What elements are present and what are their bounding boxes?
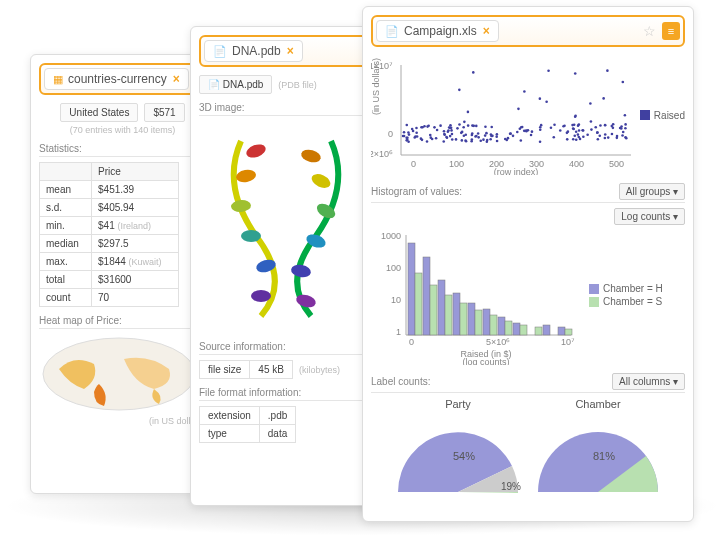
svg-point-174 xyxy=(407,140,410,143)
svg-point-110 xyxy=(553,123,556,126)
svg-point-147 xyxy=(517,108,520,111)
svg-point-126 xyxy=(463,121,466,124)
svg-point-133 xyxy=(467,111,470,114)
pie-party-title: Party xyxy=(393,398,523,410)
svg-point-178 xyxy=(449,124,452,127)
svg-text:81%: 81% xyxy=(593,450,615,462)
svg-point-122 xyxy=(462,126,465,129)
svg-point-102 xyxy=(547,69,550,72)
select-groups[interactable]: All groups xyxy=(619,183,685,200)
tab-campaign[interactable]: 📄 Campaign.xls × xyxy=(376,20,499,42)
svg-point-112 xyxy=(596,131,599,134)
svg-rect-233 xyxy=(565,329,572,335)
svg-text:0: 0 xyxy=(388,129,393,139)
table-row: extension.pdb xyxy=(200,407,296,425)
svg-point-191 xyxy=(482,138,485,141)
svg-point-172 xyxy=(429,136,432,139)
close-icon[interactable]: × xyxy=(483,24,490,38)
svg-point-28 xyxy=(485,132,488,135)
svg-point-2 xyxy=(300,148,322,165)
star-icon[interactable]: ☆ xyxy=(643,23,656,39)
filesize-unit: (kilobytes) xyxy=(299,365,340,375)
select-columns[interactable]: All columns xyxy=(612,373,685,390)
svg-text:1000: 1000 xyxy=(381,231,401,241)
svg-point-153 xyxy=(577,133,580,136)
scatter-chart: (in US dollars) 1×10⁷ 0 -2×10⁶ 0 100 200… xyxy=(371,55,640,175)
svg-point-53 xyxy=(574,72,577,75)
file-icon: 📄 xyxy=(385,25,399,38)
close-icon[interactable]: × xyxy=(173,72,180,86)
svg-point-47 xyxy=(550,126,553,129)
svg-point-49 xyxy=(621,134,624,137)
table-row: typedata xyxy=(200,425,296,443)
svg-text:54%: 54% xyxy=(453,450,475,462)
statistics-head: Statistics: xyxy=(39,143,206,157)
svg-rect-227 xyxy=(520,325,527,335)
pie-chamber: 81% xyxy=(533,412,663,502)
svg-point-193 xyxy=(523,130,526,133)
svg-point-118 xyxy=(429,134,432,137)
tab-label: DNA.pdb xyxy=(232,44,281,58)
svg-point-95 xyxy=(586,133,589,136)
grid-icon: ▦ xyxy=(53,73,63,86)
svg-rect-223 xyxy=(490,315,497,335)
legend-h: Chamber = H xyxy=(589,283,663,294)
pie-party: 54% 19% xyxy=(393,412,523,502)
file-icon: 📄 xyxy=(213,45,227,58)
svg-point-169 xyxy=(575,130,578,133)
svg-point-85 xyxy=(475,125,478,128)
svg-rect-221 xyxy=(475,310,482,335)
svg-point-40 xyxy=(539,97,542,100)
svg-rect-226 xyxy=(513,323,520,335)
heatmap-head: Heat map of Price: xyxy=(39,315,206,329)
svg-point-96 xyxy=(458,123,461,126)
select-log[interactable]: Log counts xyxy=(614,208,685,225)
svg-text:(row index): (row index) xyxy=(494,167,539,175)
svg-point-1 xyxy=(245,142,268,160)
stats-table: Price mean$451.39s.d.$405.94min.$41 (Ire… xyxy=(39,162,179,307)
svg-text:100: 100 xyxy=(386,263,401,273)
svg-point-89 xyxy=(545,100,548,103)
svg-point-166 xyxy=(435,137,438,140)
svg-point-167 xyxy=(571,124,574,127)
svg-point-171 xyxy=(406,136,409,139)
svg-point-129 xyxy=(484,125,487,128)
svg-point-93 xyxy=(572,138,575,141)
svg-point-160 xyxy=(451,133,454,136)
svg-point-119 xyxy=(461,139,464,142)
svg-point-140 xyxy=(426,125,429,128)
svg-point-57 xyxy=(575,138,578,141)
svg-point-159 xyxy=(479,139,482,142)
svg-rect-218 xyxy=(453,293,460,335)
menu-icon[interactable]: ≡ xyxy=(662,22,680,40)
svg-point-130 xyxy=(461,131,464,134)
svg-point-120 xyxy=(590,120,593,123)
svg-point-195 xyxy=(490,133,493,136)
svg-point-23 xyxy=(594,126,597,129)
svg-point-5 xyxy=(231,199,252,213)
tab-dna[interactable]: 📄 DNA.pdb × xyxy=(204,40,303,62)
svg-point-148 xyxy=(465,140,468,143)
svg-point-190 xyxy=(415,127,418,130)
card-dna: 📄 DNA.pdb × 📄 DNA.pdb (PDB file) 3D imag… xyxy=(190,26,385,506)
svg-point-108 xyxy=(539,129,542,132)
svg-point-69 xyxy=(624,123,627,126)
tab-countries[interactable]: ▦ countries-currency × xyxy=(44,68,189,90)
svg-point-34 xyxy=(451,138,454,141)
card-campaign: 📄 Campaign.xls × ☆ ≡ (in US dollars) 1×1… xyxy=(362,6,694,522)
svg-point-35 xyxy=(573,134,576,137)
svg-point-187 xyxy=(607,136,610,139)
svg-rect-229 xyxy=(535,327,542,335)
table-row: count70 xyxy=(40,289,179,307)
svg-point-29 xyxy=(433,126,436,129)
svg-point-65 xyxy=(611,133,614,136)
close-icon[interactable]: × xyxy=(287,44,294,58)
fmt-head: File format information: xyxy=(199,387,376,401)
legend-s: Chamber = S xyxy=(589,296,663,307)
svg-text:-2×10⁶: -2×10⁶ xyxy=(371,149,393,159)
hist-head: Histogram of values: xyxy=(371,186,462,197)
svg-rect-230 xyxy=(543,325,550,335)
svg-point-116 xyxy=(590,128,593,131)
table-row: median$297.5 xyxy=(40,235,179,253)
svg-point-68 xyxy=(467,124,470,127)
